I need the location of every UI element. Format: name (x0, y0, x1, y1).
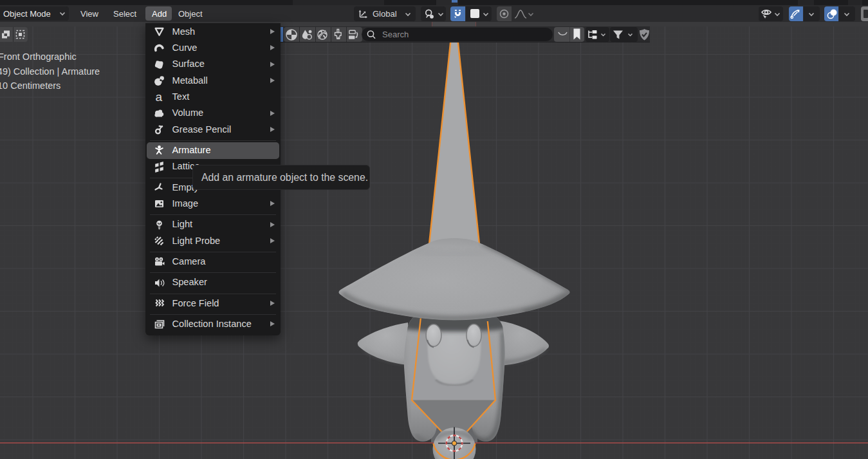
svg-text:a: a (156, 91, 163, 102)
